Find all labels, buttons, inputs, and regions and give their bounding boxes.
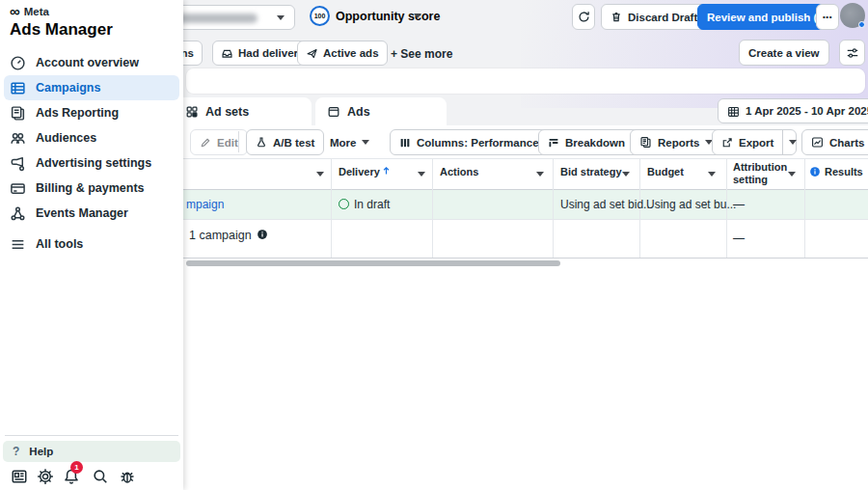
tab-ads-label: Ads [347, 105, 370, 119]
sidebar-item-campaigns[interactable]: Campaigns [4, 75, 179, 100]
reports-label: Reports [658, 137, 699, 149]
column-bid-strategy-caret[interactable] [622, 172, 630, 177]
table-bottom-border [183, 258, 868, 259]
table-top-border [183, 158, 868, 159]
meta-brand[interactable]: ∞ Meta [10, 6, 49, 17]
column-attribution[interactable]: Attribution setting [733, 161, 787, 186]
ads-manager-screen: 100 Opportunity score Discard Drafts Rev… [0, 0, 868, 490]
column-budget-caret[interactable] [708, 172, 716, 177]
more-button[interactable]: More [321, 129, 378, 155]
chevron-down-icon [277, 15, 285, 20]
reports-button[interactable]: Reports [630, 129, 722, 155]
see-more-button[interactable]: + See more [382, 41, 461, 67]
sidebar-item-all-tools[interactable]: All tools [4, 231, 179, 257]
calendar-icon [727, 105, 740, 118]
filter-chip-active-ads[interactable]: Active ads [297, 41, 388, 66]
export-caret-button[interactable] [789, 130, 797, 154]
breakdown-icon [548, 137, 559, 149]
trash-icon [610, 11, 622, 23]
info-icon[interactable] [809, 166, 821, 177]
row-divider [183, 219, 868, 220]
columns-label: Columns: Performance [417, 137, 539, 149]
megaphone-gear-icon [10, 155, 26, 172]
column-delivery-caret[interactable] [418, 172, 425, 177]
gear-icon[interactable] [36, 467, 54, 485]
horizontal-scrollbar[interactable] [186, 260, 560, 266]
more-options-button[interactable]: ••• [816, 4, 839, 30]
create-view-button[interactable]: Create a view [739, 40, 829, 66]
sidebar: ∞ Meta Ads Manager Account overview [0, 0, 183, 490]
refresh-icon [578, 11, 590, 23]
meta-logo-icon: ∞ [10, 7, 20, 16]
sliders-icon [846, 46, 859, 60]
columns-button[interactable]: Columns: Performance [390, 129, 562, 155]
draft-status-icon [339, 199, 349, 209]
view-settings-button[interactable] [839, 40, 865, 66]
columns-icon [399, 137, 411, 149]
events-nodes-icon [10, 205, 26, 222]
col-border [553, 158, 554, 258]
newsfeed-icon[interactable] [10, 467, 28, 485]
see-more-label: + See more [391, 47, 452, 61]
column-actions[interactable]: Actions [440, 166, 478, 177]
col-border [804, 158, 805, 258]
column-delivery[interactable]: Delivery [339, 166, 380, 177]
column-name-sort-caret[interactable] [316, 172, 324, 177]
search-icon[interactable] [91, 467, 109, 485]
sidebar-item-billing-payments[interactable]: Billing & payments [4, 176, 179, 201]
info-icon[interactable] [257, 229, 268, 240]
budget-cell: Using ad set bu... [646, 198, 736, 211]
ads-frame-icon [327, 105, 340, 119]
review-publish-label: Review and publish (3) [707, 12, 827, 23]
table-row-highlight[interactable] [183, 190, 868, 219]
sidebar-item-ads-reporting[interactable]: Ads Reporting [4, 100, 179, 125]
ad-sets-grid-icon [185, 105, 199, 119]
col-border [432, 158, 433, 258]
sidebar-item-label: All tools [36, 237, 83, 251]
question-icon: ? [13, 445, 19, 458]
results-summary: 1 campaign [189, 229, 252, 242]
sort-ascending-icon[interactable] [381, 165, 392, 177]
refresh-button[interactable] [572, 4, 595, 30]
opportunity-score-ring: 100 [310, 6, 330, 26]
column-actions-caret[interactable] [536, 172, 544, 177]
column-budget[interactable]: Budget [647, 166, 684, 177]
ab-test-button[interactable]: A/B test [246, 129, 324, 155]
sidebar-item-account-overview[interactable]: Account overview [4, 50, 179, 75]
gauge-icon [10, 55, 26, 71]
meta-brand-label: Meta [24, 6, 49, 17]
notification-badge: 1 [70, 461, 83, 474]
collapsed-alert-bar[interactable] [186, 68, 865, 94]
ellipsis-icon: ••• [823, 13, 832, 21]
header-bottom-border [183, 189, 868, 190]
export-main[interactable]: Export [713, 130, 783, 154]
toolbar-divider [238, 131, 239, 152]
charts-button[interactable]: Charts [801, 129, 868, 155]
date-range-picker[interactable]: 1 Apr 2025 - 10 Apr 2025 [718, 98, 868, 123]
column-bid-strategy[interactable]: Bid strategy [560, 166, 622, 177]
sidebar-item-audiences[interactable]: Audiences [4, 125, 179, 150]
sidebar-item-events-manager[interactable]: Events Manager [4, 201, 179, 226]
help-button[interactable]: ? Help [3, 441, 180, 462]
bid-strategy-cell: Using ad set bid... [560, 198, 653, 211]
chevron-down-icon[interactable] [414, 14, 421, 18]
credit-card-icon [10, 180, 26, 197]
export-label: Export [739, 137, 773, 149]
more-label: More [330, 137, 356, 149]
breakdown-label: Breakdown [565, 137, 625, 149]
campaign-name-link[interactable]: mpaign [186, 198, 224, 211]
ab-test-label: A/B test [273, 137, 314, 149]
sidebar-item-advertising-settings[interactable]: Advertising settings [4, 150, 179, 176]
tab-ads[interactable]: Ads [315, 97, 447, 125]
bug-icon[interactable] [118, 467, 136, 485]
opportunity-score-label: Opportunity score [336, 10, 440, 23]
column-results[interactable]: Results [825, 166, 863, 177]
date-range-label: 1 Apr 2025 - 10 Apr 2025 [746, 105, 868, 117]
sidebar-item-label: Campaigns [36, 81, 100, 95]
report-pages-icon [10, 105, 26, 122]
column-attribution-caret[interactable] [788, 172, 796, 177]
menu-lines-icon [10, 236, 26, 253]
send-plane-icon [306, 47, 318, 60]
export-button[interactable]: Export [712, 129, 797, 155]
delivery-status: In draft [354, 198, 390, 211]
